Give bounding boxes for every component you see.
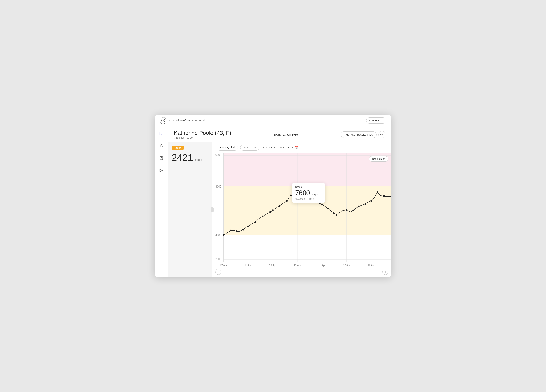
- reset-graph-button[interactable]: Reset graph: [369, 156, 388, 162]
- user-badge[interactable]: K. Poole ⋮: [366, 117, 386, 123]
- metric-tag: Steps: [172, 146, 184, 150]
- svg-point-54: [352, 210, 354, 211]
- svg-text:17 Apr: 17 Apr: [343, 264, 350, 267]
- svg-point-48: [319, 202, 320, 204]
- back-nav[interactable]: ‹ Overview of Katherine Poole: [169, 119, 206, 122]
- svg-rect-6: [224, 153, 391, 186]
- svg-point-47: [313, 199, 315, 201]
- chart-svg: 10000 8000 4000 2000: [212, 153, 391, 277]
- svg-text:2000: 2000: [215, 257, 221, 261]
- svg-text:14 Apr: 14 Apr: [269, 264, 276, 267]
- metric-panel: Steps 2421 steps: [168, 142, 212, 277]
- svg-text:8000: 8000: [215, 185, 221, 188]
- patient-id: # 123 456 789 10: [174, 136, 231, 139]
- overlay-vital-button[interactable]: Overlay vital: [217, 145, 238, 150]
- svg-point-41: [279, 205, 280, 207]
- patient-name: Katherine Poole (43, F): [174, 130, 231, 136]
- svg-point-5: [160, 169, 161, 170]
- dob-label: DOB:: [274, 133, 281, 136]
- add-note-button[interactable]: Add note / Resolve flags: [341, 131, 377, 138]
- svg-point-57: [370, 200, 372, 202]
- svg-text:13 Apr: 13 Apr: [245, 264, 252, 267]
- svg-point-45: [302, 192, 304, 194]
- svg-rect-8: [224, 235, 391, 277]
- calendar-icon[interactable]: 📅: [294, 146, 298, 149]
- user-name: K. Poole: [369, 119, 379, 122]
- sidebar-icon-notes[interactable]: [158, 154, 165, 162]
- svg-point-56: [364, 203, 366, 205]
- svg-point-37: [254, 221, 256, 223]
- metric-unit: steps: [195, 158, 202, 161]
- svg-point-52: [336, 214, 337, 216]
- content: Katherine Poole (43, F) # 123 456 789 10…: [168, 127, 391, 277]
- app-frame: ‹ Overview of Katherine Poole K. Poole ⋮: [155, 115, 391, 277]
- date-range-text: 2020-12-04 — 2020-18-04: [262, 146, 293, 149]
- svg-point-34: [236, 230, 237, 232]
- back-label: Overview of Katherine Poole: [171, 119, 206, 122]
- svg-point-35: [242, 229, 244, 231]
- metric-value: 2421: [172, 152, 193, 163]
- patient-header: Katherine Poole (43, F) # 123 456 789 10…: [168, 127, 391, 142]
- user-menu-dots: ⋮: [380, 119, 384, 122]
- sidebar-icon-person[interactable]: [158, 142, 165, 149]
- top-nav: ‹ Overview of Katherine Poole K. Poole ⋮: [155, 115, 391, 127]
- sidebar-icon-image[interactable]: [158, 167, 165, 174]
- date-range: 2020-12-04 — 2020-18-04 📅: [262, 146, 298, 149]
- svg-point-40: [272, 210, 273, 211]
- patient-actions: Add note / Resolve flags •••: [341, 131, 385, 138]
- svg-text:16 Apr: 16 Apr: [318, 264, 325, 267]
- svg-point-55: [358, 206, 360, 207]
- dob-value: 23 Jun 1989: [283, 133, 298, 136]
- drag-handle-right-symbol: |||: [385, 271, 386, 273]
- svg-text:12 Apr: 12 Apr: [220, 264, 227, 267]
- main-body: Katherine Poole (43, F) # 123 456 789 10…: [155, 127, 391, 277]
- svg-point-43: [290, 194, 291, 196]
- svg-point-58: [377, 191, 378, 193]
- brand-icon: [160, 117, 166, 124]
- patient-info: Katherine Poole (43, F) # 123 456 789 10: [174, 130, 231, 139]
- svg-point-49: [321, 204, 323, 206]
- svg-point-32: [223, 234, 224, 236]
- svg-text:18 Apr: 18 Apr: [368, 264, 375, 267]
- drag-handle-right[interactable]: |||: [383, 269, 388, 275]
- svg-point-33: [230, 230, 232, 231]
- more-options-button[interactable]: •••: [378, 131, 385, 138]
- sidebar-icon-chart[interactable]: [158, 130, 165, 137]
- table-view-button[interactable]: Table view: [240, 145, 259, 150]
- svg-point-46: [305, 191, 306, 193]
- drag-handle-left-symbol: |||: [218, 271, 219, 273]
- svg-point-36: [247, 225, 249, 227]
- svg-text:4000: 4000: [215, 233, 221, 237]
- chart-controls: Overlay vital Table view 2020-12-04 — 20…: [212, 142, 391, 153]
- drag-handle-left[interactable]: |||: [215, 269, 221, 275]
- svg-point-53: [346, 209, 347, 211]
- chart-panel: Overlay vital Table view 2020-12-04 — 20…: [212, 142, 391, 277]
- svg-point-59: [383, 194, 385, 196]
- svg-text:15 Apr: 15 Apr: [294, 264, 301, 267]
- svg-rect-1: [160, 132, 163, 135]
- svg-point-2: [161, 145, 162, 146]
- top-nav-left: ‹ Overview of Katherine Poole: [160, 117, 206, 124]
- svg-point-42: [286, 200, 288, 202]
- patient-meta: DOB: 23 Jun 1989: [274, 133, 298, 136]
- svg-text:10000: 10000: [214, 153, 221, 157]
- sidebar: [155, 127, 168, 277]
- svg-point-50: [327, 208, 329, 210]
- svg-point-39: [269, 211, 271, 213]
- data-panel: Steps 2421 steps Overlay vital Table vie…: [168, 142, 391, 277]
- svg-point-38: [262, 216, 263, 218]
- back-chevron: ‹: [169, 119, 170, 122]
- svg-point-51: [333, 212, 334, 213]
- svg-point-44: [297, 196, 298, 198]
- more-dots: •••: [380, 133, 384, 136]
- svg-rect-7: [224, 186, 391, 235]
- metric-display: 2421 steps: [172, 153, 208, 162]
- chart-area[interactable]: Reset graph 10000 8000: [212, 153, 391, 277]
